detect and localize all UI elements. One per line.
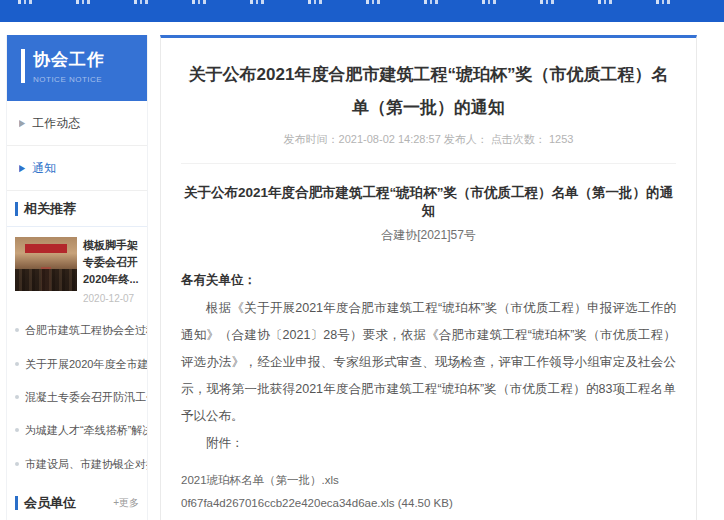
thumbnail-crowd (15, 269, 77, 291)
sidebar-subtitle: NOTICE NOTICE (33, 75, 137, 84)
list-item-label: 合肥市建筑工程协会全过程工程... (25, 323, 147, 338)
list-item-label: 混凝土专委会召开防汛工作座谈会 (25, 390, 147, 405)
list-item[interactable]: 为城建人才“牵线搭桥”解决“... (7, 414, 147, 447)
bullet-icon (15, 462, 19, 466)
top-nav-items-cutoff[interactable] (18, 0, 710, 4)
featured-title[interactable]: 模板脚手架专委会召开2020年终... (83, 237, 141, 288)
featured-thumbnail-image[interactable] (15, 237, 77, 291)
article-salutation: 各有关单位： (181, 272, 676, 289)
sidebar-item-label: 工作动态 (32, 115, 80, 132)
sidebar-item-label: 通知 (32, 160, 56, 177)
section-accent-bar (15, 496, 18, 510)
sidebar-header: 协会工作 NOTICE NOTICE (7, 35, 147, 101)
sidebar-item-notice[interactable]: ▶ 通知 (7, 146, 147, 191)
caret-right-icon: ▶ (19, 163, 25, 173)
members-more-link[interactable]: +更多 (113, 496, 139, 510)
article-doc-number: 合建协[2021]57号 (181, 227, 676, 244)
featured-text: 模板脚手架专委会召开2020年终... 2020-12-07 (83, 237, 141, 304)
members-section-title: 会员单位 (24, 494, 113, 512)
list-item[interactable]: 合肥市建筑工程协会全过程工程... (7, 314, 147, 347)
list-item-label: 为城建人才“牵线搭桥”解决“... (25, 423, 147, 438)
bullet-icon (15, 328, 19, 332)
article-meta: 发布时间：2021-08-02 14:28:57 发布人： 点击次数： 1253 (181, 132, 676, 164)
attachment-link[interactable]: 0f67fa4d267016ccb22e420eca34d6ae.xls (44… (181, 492, 676, 515)
related-list: 合肥市建筑工程协会全过程工程... 关于开展2020年度全市建筑业评... 混凝… (7, 312, 147, 485)
article-body: 根据《关于开展2021年度合肥市建筑工程“琥珀杯”奖（市优质工程）申报评选工作的… (181, 295, 676, 429)
thumbnail-red-banner (25, 244, 67, 253)
attachment-list: 2021琥珀杯名单（第一批）.xls 0f67fa4d267016ccb22e4… (181, 469, 676, 515)
list-item[interactable]: 市建设局、市建协银企对接会第... (7, 448, 147, 481)
featured-date: 2020-12-07 (83, 293, 141, 304)
list-item-label: 关于开展2020年度全市建筑业评... (25, 357, 147, 372)
related-section-title: 相关推荐 (24, 200, 139, 218)
members-section-header: 会员单位 +更多 (7, 485, 147, 520)
page-layout: 协会工作 NOTICE NOTICE ▶ 工作动态 ▶ 通知 相关推荐 (0, 22, 724, 520)
bullet-icon (15, 362, 19, 366)
sidebar: 协会工作 NOTICE NOTICE ▶ 工作动态 ▶ 通知 相关推荐 (6, 35, 148, 520)
top-nav-bar (0, 0, 724, 22)
article-title: 关于公布2021年度合肥市建筑工程“琥珀杯”奖（市优质工程）名单（第一批）的通知 (181, 58, 676, 124)
list-item[interactable]: 混凝土专委会召开防汛工作座谈会 (7, 381, 147, 414)
related-section-header: 相关推荐 (7, 191, 147, 227)
sidebar-menu: ▶ 工作动态 ▶ 通知 (7, 101, 147, 191)
attachment-link[interactable]: 2021琥珀杯名单（第一批）.xls (181, 469, 676, 492)
article-subtitle: 关于公布2021年度合肥市建筑工程“琥珀杯”奖（市优质工程）名单（第一批）的通知 (181, 184, 676, 220)
header-accent-bar (21, 49, 25, 83)
bullet-icon (15, 428, 19, 432)
caret-right-icon: ▶ (19, 118, 25, 128)
list-item[interactable]: 关于开展2020年度全市建筑业评... (7, 348, 147, 381)
attachment-label: 附件： (181, 430, 676, 457)
section-accent-bar (15, 202, 18, 216)
related-featured-item[interactable]: 模板脚手架专委会召开2020年终... 2020-12-07 (7, 227, 147, 312)
article-panel: 关于公布2021年度合肥市建筑工程“琥珀杯”奖（市优质工程）名单（第一批）的通知… (160, 35, 697, 520)
bullet-icon (15, 395, 19, 399)
list-item-label: 市建设局、市建协银企对接会第... (25, 457, 147, 472)
sidebar-item-work-news[interactable]: ▶ 工作动态 (7, 101, 147, 146)
sidebar-title: 协会工作 (33, 48, 137, 71)
